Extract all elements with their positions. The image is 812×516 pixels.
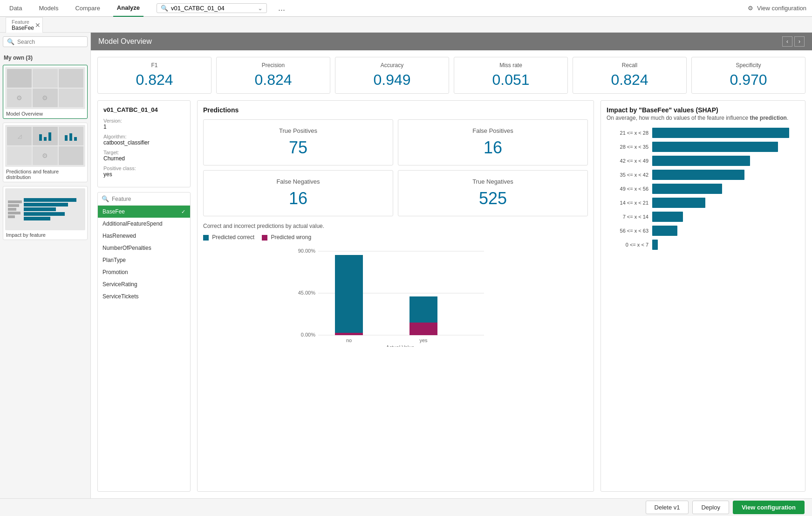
content-area: Model Overview ‹ › F1 0.824 Precision 0.… xyxy=(91,33,812,498)
model-positive-class-row: Positive class: yes xyxy=(103,165,184,178)
svg-rect-1 xyxy=(44,137,47,141)
tab-label: Feature xyxy=(12,19,37,25)
feature-tab[interactable]: Feature BaseFee ✕ xyxy=(6,17,43,33)
shap-bar-label: 49 <= x < 56 xyxy=(607,186,648,192)
nav-compare[interactable]: Compare xyxy=(71,0,103,17)
svg-text:0.00%: 0.00% xyxy=(301,332,315,337)
nav-data[interactable]: Data xyxy=(6,0,26,17)
sidebar-label-predictions: Predictions and feature distribution xyxy=(5,169,85,180)
prev-button[interactable]: ‹ xyxy=(782,36,792,47)
top-search-input[interactable] xyxy=(171,5,255,12)
shap-bar-track xyxy=(652,142,799,152)
shap-bar-track xyxy=(652,212,799,222)
shap-bar-track xyxy=(652,240,799,250)
svg-rect-5 xyxy=(74,137,77,141)
false-negatives-cell: False Negatives 16 xyxy=(203,170,393,216)
shap-bar-track xyxy=(652,226,799,236)
view-config-button[interactable]: ⚙ View configuration xyxy=(748,5,806,12)
bar-chart-area: 90.00% 45.00% 0.00% xyxy=(203,244,588,486)
shap-panel: Impact by "BaseFee" values (SHAP) On ave… xyxy=(600,100,805,492)
feature-item[interactable]: PlanType xyxy=(98,254,190,266)
nav-analyze[interactable]: Analyze xyxy=(113,0,143,17)
svg-rect-2 xyxy=(48,132,51,141)
main-layout: 🔍 My own (3) ⚙ ⚙ Model Overview xyxy=(0,33,812,498)
target-label: Target: xyxy=(103,150,184,155)
shap-bar-fill xyxy=(652,170,744,180)
shap-bar-row: 21 <= x < 28 xyxy=(607,128,799,138)
metrics-row: F1 0.824 Precision 0.824 Accuracy 0.949 … xyxy=(97,57,805,94)
shap-bar-row: 14 <= x < 21 xyxy=(607,198,799,208)
more-options-icon[interactable]: ... xyxy=(278,3,285,13)
svg-text:Actual Value: Actual Value xyxy=(386,344,415,347)
shap-bar-row: 56 <= x < 63 xyxy=(607,226,799,236)
feature-item[interactable]: Promotion xyxy=(98,266,190,278)
feature-list-items: BaseFee✓AdditionalFeatureSpendHasRenewed… xyxy=(98,206,190,303)
feature-item[interactable]: AdditionalFeatureSpend xyxy=(98,218,190,230)
thumbnail-model-overview: ⚙ ⚙ xyxy=(5,67,85,109)
shap-bar-track xyxy=(652,170,799,180)
metric-recall-label: Recall xyxy=(622,62,637,69)
feature-item[interactable]: NumberOfPenalties xyxy=(98,242,190,254)
next-button[interactable]: › xyxy=(794,36,805,47)
feature-list-header: 🔍 xyxy=(98,193,190,206)
shap-bar-row: 42 <= x < 49 xyxy=(607,156,799,166)
bar-no-correct xyxy=(335,255,363,335)
shap-bar-label: 0 <= x < 7 xyxy=(607,242,648,248)
shap-bar-row: 35 <= x < 42 xyxy=(607,170,799,180)
positive-class-value: yes xyxy=(103,171,184,178)
feature-item[interactable]: BaseFee✓ xyxy=(98,206,190,218)
shap-bar-row: 0 <= x < 7 xyxy=(607,240,799,250)
header-nav: ‹ › xyxy=(782,36,805,47)
sidebar-item-model-overview[interactable]: ⚙ ⚙ Model Overview xyxy=(3,65,88,119)
sidebar-search-input[interactable] xyxy=(17,39,73,45)
sidebar-label-impact: Impact by feature xyxy=(5,232,85,238)
shap-bar-label: 56 <= x < 63 xyxy=(607,228,648,234)
metric-f1-label: F1 xyxy=(151,62,157,69)
view-config-bottom-button[interactable]: View configuration xyxy=(733,501,805,514)
thumbnail-predictions: ◿ ⚙ xyxy=(5,125,85,167)
tab-close-icon[interactable]: ✕ xyxy=(35,22,41,28)
delete-button[interactable]: Delete v1 xyxy=(646,501,689,514)
shap-subtitle: On average, how much do values of the fe… xyxy=(607,115,799,121)
false-positives-value: 16 xyxy=(484,138,502,158)
shap-bar-fill xyxy=(652,212,683,222)
model-version-row: Version: 1 xyxy=(103,118,184,130)
true-negatives-cell: True Negatives 525 xyxy=(398,170,588,216)
feature-search-input[interactable] xyxy=(112,196,186,202)
algorithm-value: catboost_classifier xyxy=(103,139,184,146)
svg-rect-0 xyxy=(39,134,42,141)
false-negatives-label: False Negatives xyxy=(276,178,320,185)
feature-item[interactable]: ServiceTickets xyxy=(98,290,190,303)
content-header: Model Overview ‹ › xyxy=(91,33,812,50)
shap-bar-fill xyxy=(652,156,750,166)
deploy-button[interactable]: Deploy xyxy=(692,501,729,514)
legend-wrong-dot xyxy=(262,235,267,241)
bar-no-wrong xyxy=(335,333,363,335)
positive-class-label: Positive class: xyxy=(103,165,184,171)
shap-title: Impact by "BaseFee" values (SHAP) xyxy=(607,106,799,114)
legend-correct-dot xyxy=(203,235,209,241)
metric-f1-value: 0.824 xyxy=(136,71,173,89)
svg-rect-3 xyxy=(65,135,68,141)
feature-item[interactable]: HasRenewed xyxy=(98,230,190,242)
false-positives-label: False Positives xyxy=(472,127,513,134)
sidebar-item-predictions[interactable]: ◿ ⚙ Predictions and feature distribution xyxy=(3,123,88,182)
shap-bar-label: 28 <= x < 35 xyxy=(607,144,648,150)
dropdown-icon[interactable]: ⌄ xyxy=(258,5,263,12)
shap-bar-label: 35 <= x < 42 xyxy=(607,172,648,178)
algorithm-label: Algorithm: xyxy=(103,134,184,139)
sidebar-item-impact[interactable]: Impact by feature xyxy=(3,186,88,240)
bar-chart-svg: 90.00% 45.00% 0.00% xyxy=(203,244,588,347)
shap-bar-fill xyxy=(652,184,722,194)
feature-item[interactable]: ServiceRating xyxy=(98,278,190,290)
model-title: v01_CATBC_01_04 xyxy=(103,106,184,113)
metric-accuracy-value: 0.949 xyxy=(373,71,410,89)
target-value: Churned xyxy=(103,155,184,162)
shap-bar-fill xyxy=(652,226,677,236)
nav-models[interactable]: Models xyxy=(35,0,62,17)
bar-yes-wrong xyxy=(409,323,437,335)
model-algorithm-row: Algorithm: catboost_classifier xyxy=(103,134,184,146)
shap-bar-track xyxy=(652,156,799,166)
shap-bar-label: 21 <= x < 28 xyxy=(607,130,648,136)
false-positives-cell: False Positives 16 xyxy=(398,119,588,165)
